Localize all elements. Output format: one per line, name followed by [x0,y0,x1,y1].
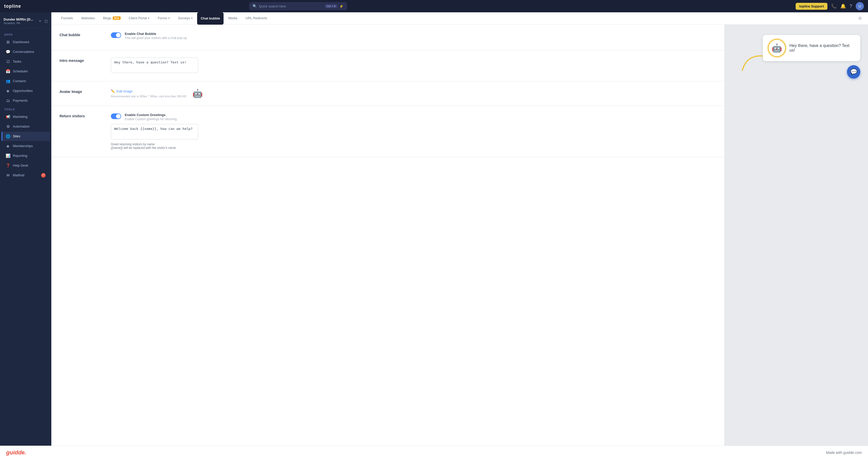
user-avatar[interactable]: U [856,2,864,10]
sidebar-item-label: Conversations [13,50,34,54]
search-shortcut: Ctrl + K [325,4,337,8]
secondary-navigation: Funnels Websites Blogs New Client Portal… [51,12,868,25]
footer: guidde. Made with guidde.com [0,446,868,459]
search-bar[interactable]: 🔍 Quick search here Ctrl + K ⚡ [249,2,347,10]
chat-bubble-toggle-info: Enable Chat Bubble This will greet your … [125,32,187,40]
sidebar-item-payments[interactable]: 🗂 Payments [2,96,50,105]
chat-widget-icon-button[interactable]: 💬 [847,65,860,79]
footer-text: Made with guidde.com [826,451,862,455]
conversations-icon: 💬 [6,50,10,54]
sidebar-item-contacts[interactable]: 👥 Contacts [2,76,50,86]
workspace-sub: Scranton, PA [4,22,33,25]
reporting-icon: 📊 [6,154,10,158]
welcome-hint: Greet returning visitors by name [111,143,716,146]
tab-url-redirects[interactable]: URL Redirects [242,12,271,25]
sidebar: Dunder Mifflin [D... Scranton, PA ▾ ◫ Ap… [0,12,51,459]
sidebar-item-automation[interactable]: ⚙ Automation [2,122,50,131]
tab-websites[interactable]: Websites [78,12,98,25]
phone-icon[interactable]: 📞 [831,3,837,9]
avatar-image-content: ✏️ Edit Image Recommended size is 300px … [111,89,716,98]
payments-icon: 🗂 [6,98,10,103]
avatar-row: ✏️ Edit Image Recommended size is 300px … [111,89,716,98]
sidebar-item-sites[interactable]: 🌐 Sites [2,132,50,141]
top-navigation: topline 🔍 Quick search here Ctrl + K ⚡ t… [0,0,868,12]
apps-section-label: Apps [0,31,51,37]
avatar-image-section: Avatar Image ✏️ Edit Image Recommended s… [51,81,724,106]
scheduler-icon: 📅 [6,69,10,74]
intro-message-content: Hey there, have a question? Text us! [111,58,716,74]
chat-bubble-toggle-label: Enable Chat Bubble [125,32,187,36]
marketing-icon: 📢 [6,115,10,119]
chat-bubble-content: Enable Chat Bubble This will greet your … [111,32,716,43]
app-logo: topline [4,4,21,9]
sidebar-item-label: Memberships [13,144,33,148]
sidebar-item-label: Mailfold [13,173,24,177]
help-icon[interactable]: ? [849,4,852,9]
tab-blogs[interactable]: Blogs New [99,12,124,25]
sidebar-item-label: Sites [13,134,20,138]
welcome-hint2: {{name}} will be replaced with the visit… [111,146,716,150]
chat-preview-bubble: 🤖 Hey there, have a question? Text us! [763,35,860,61]
custom-greetings-toggle[interactable] [111,114,121,119]
sidebar-item-label: Contacts [13,79,26,83]
tab-chat-widget[interactable]: Chat bubble [197,12,223,25]
sidebar-item-scheduler[interactable]: 📅 Scheduler [2,67,50,76]
main-layout: Dunder Mifflin [D... Scranton, PA ▾ ◫ Ap… [0,0,868,459]
avatar-preview-emoji: 🤖 [192,89,203,98]
intro-message-section: Intro message Hey there, have a question… [51,50,724,81]
intro-message-textarea[interactable]: Hey there, have a question? Text us! [111,58,198,73]
sidebar-collapse-button[interactable]: ◫ [44,19,48,23]
mailfold-icon: ✉ [6,173,10,178]
sidebar-item-label: Dashboard [13,40,29,44]
tab-forms[interactable]: Forms ▾ [154,12,173,25]
mailfold-badge: 27 [41,173,46,178]
blogs-badge: New [113,17,121,20]
sidebar-item-tasks[interactable]: ☑ Tasks [2,57,50,66]
chat-bubble-toggle[interactable] [111,32,121,38]
search-placeholder: Quick search here [259,4,323,8]
chat-avatar-emoji: 🤖 [772,43,782,53]
sidebar-item-label: Opportunities [13,89,33,93]
chat-preview-message: Hey there, have a question? Text us! [789,43,855,53]
tab-client-portal[interactable]: Client Portal ▾ [125,12,153,25]
tasks-icon: ☑ [6,59,10,64]
welcome-message-textarea[interactable]: Welcome back {{name}}, how can we help? [111,124,198,140]
edit-image-button[interactable]: ✏️ Edit Image [111,89,132,93]
sidebar-item-label: Automation [13,124,30,128]
bell-icon[interactable]: 🔔 [840,3,846,9]
tab-funnels[interactable]: Funnels [58,12,76,25]
forms-chevron-icon: ▾ [168,17,169,20]
sidebar-item-helpdesk[interactable]: ❓ Help Desk [2,161,50,170]
sidebar-item-label: Payments [13,99,28,102]
workspace-selector[interactable]: Dunder Mifflin [D... Scranton, PA ▾ ◫ [0,16,51,29]
client-portal-chevron-icon: ▾ [148,17,149,20]
sidebar-item-marketing[interactable]: 📢 Marketing [2,112,50,121]
sidebar-item-label: Reporting [13,154,27,158]
custom-greetings-toggle-row: Enable Custom Greetings Enable Custom gr… [111,113,716,121]
contacts-icon: 👥 [6,79,10,84]
avatar-image-label: Avatar Image [60,89,101,98]
sidebar-item-reporting[interactable]: 📊 Reporting [2,151,50,160]
sidebar-item-conversations[interactable]: 💬 Conversations [2,47,50,57]
custom-greetings-toggle-label: Enable Custom Greetings [125,113,177,117]
preview-panel: 🤖 Hey there, have a question? Text us! 💬 [724,25,868,459]
tab-surveys[interactable]: Surveys ▾ [174,12,196,25]
edit-icon: ✏️ [111,89,115,93]
avatar-hint: Recommended size is 300px * 300px, size … [111,95,186,98]
sidebar-item-dashboard[interactable]: ⊞ Dashboard [2,37,50,47]
main-content: Chat bubble Enable Chat Bubble This will… [51,25,868,459]
intro-message-label: Intro message [60,58,101,74]
settings-icon[interactable]: ⚙ [858,16,862,21]
custom-greetings-toggle-desc: Enable Custom greetings for returning [125,117,177,121]
tab-media[interactable]: Media [224,12,241,25]
return-visitors-section: Return visitors Enable Custom Greetings … [51,106,724,157]
support-button[interactable]: topline Support [796,3,828,10]
automation-icon: ⚙ [6,124,10,129]
content-area: Funnels Websites Blogs New Client Portal… [51,12,868,459]
sidebar-item-opportunities[interactable]: ◈ Opportunities [2,86,50,95]
lightning-icon: ⚡ [339,4,343,8]
topnav-actions: topline Support 📞 🔔 ? U [796,2,864,10]
sidebar-item-label: Help Desk [13,163,28,167]
sidebar-item-memberships[interactable]: ◈ Memberships [2,142,50,151]
sidebar-item-mailfold[interactable]: ✉ Mailfold 27 [2,171,50,180]
